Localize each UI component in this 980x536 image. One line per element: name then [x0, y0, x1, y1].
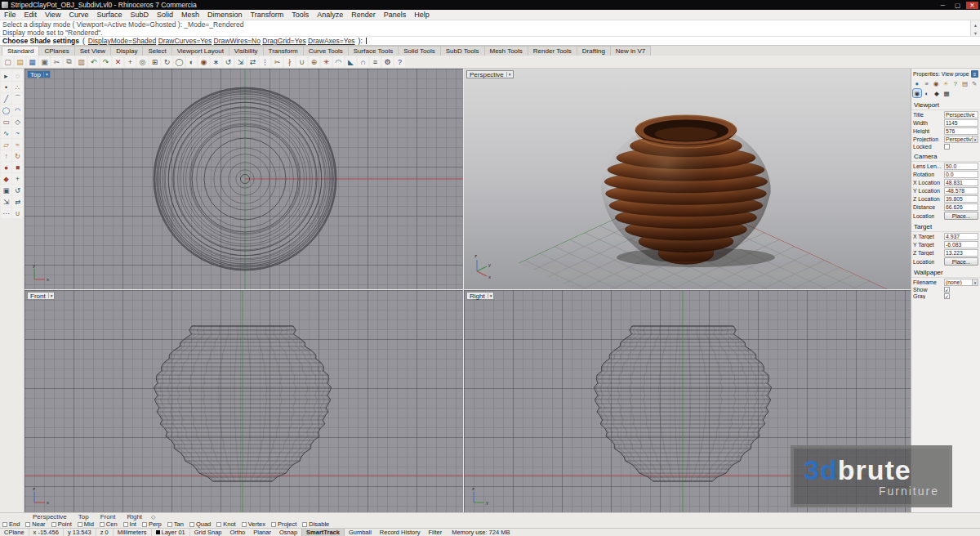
rendering-icon[interactable]: ◉	[932, 79, 940, 87]
shaded-view-icon[interactable]: ◐	[186, 56, 197, 67]
status-toggle-grid-snap[interactable]: Grid Snap	[190, 529, 226, 536]
view-icon[interactable]: ◉	[913, 89, 921, 97]
viewport-tab-right[interactable]: Right	[122, 513, 147, 520]
locked-checkbox[interactable]	[944, 144, 950, 150]
checkbox-icon[interactable]	[2, 522, 7, 527]
status-toggle-record-history[interactable]: Record History	[376, 529, 425, 536]
chevron-down-icon[interactable]: ▾	[506, 72, 513, 77]
osnap-perp[interactable]: Perp	[142, 520, 162, 528]
join-icon[interactable]: ∪	[296, 56, 307, 67]
toolbar-tab-new-in-v7[interactable]: New in V7	[610, 46, 651, 56]
toolbar-tab-render-tools[interactable]: Render Tools	[528, 46, 577, 56]
split-icon[interactable]: ∤	[284, 56, 295, 67]
chevron-down-icon[interactable]: ▾	[972, 136, 978, 142]
fillet-icon[interactable]: ◠	[333, 56, 344, 67]
toolbar-tab-display[interactable]: Display	[110, 46, 143, 56]
command-history-scrollbar[interactable]: ▲ ▼	[970, 20, 980, 36]
zoom-extents-icon[interactable]: ◎	[137, 56, 148, 67]
viewport-perspective[interactable]: xyz Perspective ▾	[464, 69, 911, 289]
x-target-field[interactable]: 4.937	[944, 233, 978, 240]
undo-icon[interactable]: ↶	[88, 56, 99, 67]
menu-surface[interactable]: Surface	[92, 10, 126, 20]
object-icon[interactable]: ◆	[933, 89, 941, 97]
explode-icon[interactable]: ✳	[321, 56, 332, 67]
move-icon[interactable]: +	[12, 173, 23, 184]
array-icon[interactable]: ⋮	[260, 56, 270, 67]
libraries-icon[interactable]: ▤	[961, 79, 969, 87]
join-icon[interactable]: ∪	[12, 208, 23, 218]
osnap-mid[interactable]: Mid	[78, 520, 94, 528]
pan-view-icon[interactable]: +	[125, 56, 136, 67]
surface-patch-icon[interactable]: ≈	[12, 139, 23, 150]
scroll-down-icon[interactable]: ▼	[973, 29, 978, 38]
redo-icon[interactable]: ↷	[100, 56, 111, 67]
menu-analyze[interactable]: Analyze	[313, 10, 347, 20]
viewport-front[interactable]: xz Front ▾	[24, 290, 463, 512]
status-cell-cplane[interactable]: CPlane	[0, 529, 29, 536]
viewport-tab-perspective[interactable]: Perspective	[28, 513, 72, 520]
rotate-icon[interactable]: ↺	[12, 185, 23, 195]
handle-curve-icon[interactable]: ~	[12, 127, 23, 138]
osnap-near[interactable]: Near	[25, 520, 45, 528]
toolbar-tab-visibility[interactable]: Visibility	[229, 46, 264, 56]
mapping-icon[interactable]: ▦	[942, 89, 951, 97]
command-option[interactable]: DrawCurves=Yes	[158, 37, 212, 45]
options-icon[interactable]: ⚙	[382, 56, 393, 67]
select-lasso-icon[interactable]: ◌	[12, 70, 23, 81]
menu-solid[interactable]: Solid	[153, 10, 177, 20]
new-file-icon[interactable]: ▢	[2, 56, 13, 67]
display-icon[interactable]: ◐	[923, 89, 931, 97]
toolbar-tab-transform[interactable]: Transform	[263, 46, 304, 56]
point-cloud-icon[interactable]: ∴	[12, 82, 23, 92]
curve-blend-icon[interactable]: ◠	[12, 105, 23, 115]
gray-checkbox[interactable]: ✓	[944, 293, 950, 299]
osnap-int[interactable]: Int	[123, 520, 136, 528]
scale-icon[interactable]: ⇲	[235, 56, 246, 67]
close-button[interactable]: ✕	[966, 2, 978, 9]
chevron-down-icon[interactable]: ▾	[43, 72, 50, 77]
menu-dimension[interactable]: Dimension	[203, 10, 247, 20]
checkbox-icon[interactable]	[167, 522, 172, 527]
chevron-down-icon[interactable]: ▾	[48, 293, 55, 298]
distance-field[interactable]: 66.626	[944, 203, 978, 211]
maximize-button[interactable]: ▢	[951, 2, 964, 9]
extrude-icon[interactable]: ↑	[1, 150, 11, 161]
command-input[interactable]: Choose Shade settings ( DisplayMode=Shad…	[0, 37, 980, 46]
viewport-label-front[interactable]: Front ▾	[27, 292, 55, 300]
viewport-tab-top[interactable]: Top	[74, 513, 94, 520]
toolbar-tab-subd-tools[interactable]: SubD Tools	[440, 46, 485, 56]
viewport-label-top[interactable]: Top ▾	[27, 70, 51, 78]
osnap-tan[interactable]: Tan	[167, 520, 184, 528]
menu-render[interactable]: Render	[347, 10, 380, 20]
status-toggle-ortho[interactable]: Ortho	[226, 529, 250, 536]
checkbox-icon[interactable]	[271, 522, 276, 527]
osnap-quad[interactable]: Quad	[189, 520, 211, 528]
section-header-viewport[interactable]: Viewport	[911, 99, 980, 110]
location-place-button[interactable]: Place...	[944, 212, 978, 220]
rotation-field[interactable]: 0.0	[944, 171, 978, 178]
circle-icon[interactable]: ◯	[1, 105, 11, 115]
osnap-cen[interactable]: Cen	[100, 520, 118, 528]
location-place-button[interactable]: Place...	[944, 257, 978, 266]
move-icon[interactable]: ∗	[211, 56, 221, 67]
point-icon[interactable]: •	[1, 82, 11, 92]
checkbox-icon[interactable]	[189, 522, 194, 527]
menu-subd[interactable]: SubD	[126, 10, 153, 20]
y-target-field[interactable]: -6.083	[944, 241, 978, 248]
rectangle-icon[interactable]: ▭	[1, 116, 11, 127]
status-cell-z-0[interactable]: z 0	[96, 529, 114, 536]
array-icon[interactable]: ⋯	[1, 208, 11, 218]
menu-transform[interactable]: Transform	[247, 10, 288, 20]
lens-len-field[interactable]: 50.0	[944, 163, 978, 170]
paste-icon[interactable]: ▥	[76, 56, 87, 67]
osnap-point[interactable]: Point	[51, 520, 72, 528]
status-toggle-filter[interactable]: Filter	[424, 529, 446, 536]
mirror-icon[interactable]: ⇄	[12, 196, 23, 207]
checkbox-icon[interactable]	[242, 522, 247, 527]
mirror-icon[interactable]: ⇄	[247, 56, 258, 67]
osnap-disable[interactable]: Disable	[302, 520, 329, 528]
osnap-project[interactable]: Project	[271, 520, 296, 528]
properties-icon[interactable]: ●	[913, 79, 921, 87]
scale-icon[interactable]: ⇲	[1, 196, 11, 207]
notes-icon[interactable]: ✎	[970, 79, 978, 87]
